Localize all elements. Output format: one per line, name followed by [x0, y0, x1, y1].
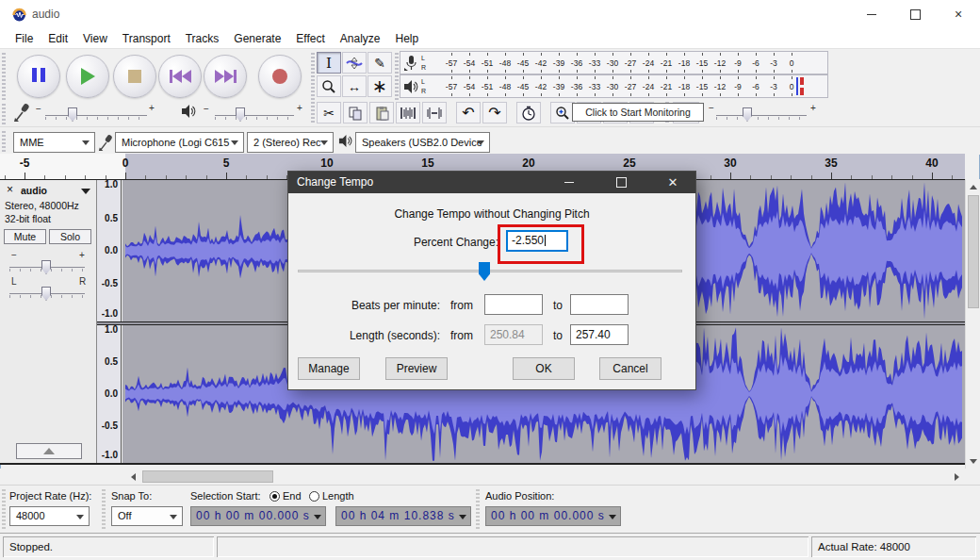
track-name[interactable]: audio [21, 185, 47, 196]
window-maximize-button[interactable] [893, 0, 937, 28]
scroll-up-button[interactable] [966, 179, 980, 194]
undo-button[interactable]: ↶ [456, 102, 481, 124]
toolbar-grip[interactable] [2, 131, 6, 152]
horizontal-scroll-thumb[interactable] [142, 470, 273, 483]
dialog-title-bar[interactable]: Change Tempo ✕ [288, 172, 695, 193]
menu-file[interactable]: File [8, 29, 41, 48]
bpm-from-input[interactable] [484, 294, 543, 315]
playback-volume-slider[interactable] [215, 115, 294, 116]
vertical-scroll-thumb[interactable] [968, 195, 979, 308]
track-pan-thumb[interactable] [41, 287, 51, 301]
vertical-scale-left-channel[interactable]: 1.00.50.0-0.5-1.0 [97, 180, 122, 321]
toolbar-grip[interactable] [2, 53, 6, 100]
menu-transport[interactable]: Transport [115, 29, 178, 48]
menu-view[interactable]: View [75, 29, 115, 48]
track-collapse-button[interactable] [16, 443, 82, 459]
recording-device-select[interactable]: Microphone (Logi C615 [115, 132, 244, 153]
scroll-down-button[interactable] [966, 453, 980, 469]
collapse-icon [43, 448, 55, 454]
meter-tick [792, 53, 792, 56]
radio-end-label[interactable]: End [283, 490, 302, 502]
toolbar-grip[interactable] [2, 489, 6, 531]
toolbar-grip[interactable] [395, 53, 399, 100]
silence-audio-button[interactable] [422, 102, 447, 124]
length-to-input[interactable]: 257.40 [570, 324, 629, 345]
meter-scale-label: -18 [676, 58, 693, 68]
draw-tool-button[interactable]: ✎ [368, 52, 392, 74]
zoom-tool-button[interactable] [317, 75, 341, 97]
selection-tool-icon: I [326, 55, 332, 72]
track-scale-label: -0.5 [97, 420, 118, 431]
audio-position-field[interactable]: 00 h 00 m 00.000 s [485, 506, 621, 526]
meter-tick [648, 53, 649, 56]
redo-button[interactable]: ↷ [482, 102, 507, 124]
selection-end-field[interactable]: 00 h 04 m 10.838 s [335, 506, 471, 526]
vertical-scrollbar[interactable] [965, 179, 980, 469]
radio-length-label[interactable]: Length [322, 490, 354, 502]
cancel-button[interactable]: Cancel [599, 357, 662, 380]
dialog-minimize-button[interactable] [550, 172, 588, 193]
solo-button[interactable]: Solo [49, 229, 91, 244]
mute-button[interactable]: Mute [4, 229, 46, 244]
toolbar-grip[interactable] [102, 489, 106, 531]
playback-device-select[interactable]: Speakers (USB2.0 Device [355, 132, 490, 153]
dialog-maximize-button[interactable] [602, 172, 640, 193]
manage-button[interactable]: Manage [298, 357, 360, 380]
scroll-left-button[interactable] [125, 469, 141, 485]
pause-button[interactable] [17, 55, 60, 98]
meter-tick [738, 53, 739, 56]
playback-meter[interactable]: L R -57-54-51-48-45-42-39-36-33-30-27-24… [400, 74, 828, 98]
menu-tracks[interactable]: Tracks [178, 29, 227, 48]
menu-analyze[interactable]: Analyze [333, 29, 388, 48]
preview-button[interactable]: Preview [385, 357, 448, 380]
toolbar-grip[interactable] [311, 102, 315, 124]
selection-tool-button[interactable]: I [317, 52, 341, 74]
toolbar-grip[interactable] [311, 53, 315, 100]
toolbar-grip[interactable] [476, 489, 480, 531]
radio-end[interactable] [270, 491, 280, 502]
percent-change-slider[interactable] [298, 270, 682, 272]
envelope-tool-button[interactable] [342, 52, 367, 74]
copy-button[interactable] [343, 102, 368, 124]
meter-tick [684, 76, 685, 79]
playback-speed-slider[interactable] [716, 115, 807, 116]
stop-button[interactable] [113, 55, 156, 98]
record-button[interactable] [258, 55, 302, 98]
toolbar-grip[interactable] [2, 104, 6, 124]
cut-button[interactable]: ✂ [317, 102, 341, 124]
vertical-scale-right-channel[interactable]: 1.00.50.0-0.5-1.0 [97, 325, 122, 463]
timeshift-tool-button[interactable]: ↔ [342, 75, 367, 97]
snap-to-select[interactable]: Off [111, 506, 183, 526]
project-rate-select[interactable]: 48000 [9, 506, 90, 526]
skip-to-end-button[interactable] [204, 55, 247, 98]
track-close-button[interactable]: × [4, 184, 16, 196]
radio-length[interactable] [309, 491, 319, 502]
play-button[interactable] [66, 55, 109, 98]
skip-to-start-button[interactable] [158, 55, 202, 98]
window-minimize-button[interactable] [850, 0, 893, 28]
ok-button[interactable]: OK [513, 357, 575, 380]
paste-button[interactable] [369, 102, 394, 124]
percent-change-slider-thumb[interactable] [479, 262, 490, 281]
trim-audio-button[interactable] [396, 102, 420, 124]
bpm-to-input[interactable] [570, 294, 629, 315]
menu-help[interactable]: Help [388, 29, 427, 48]
meter-tick [523, 76, 524, 79]
recording-meter[interactable]: L R -57-54-51-48-45-42-39-36-33-30-27-24… [400, 51, 828, 74]
track-menu-dropdown-icon[interactable] [81, 189, 90, 194]
track-gain-thumb[interactable] [41, 260, 51, 274]
recording-volume-slider[interactable] [45, 115, 147, 116]
timer-button[interactable] [516, 102, 541, 124]
menu-effect[interactable]: Effect [288, 29, 332, 48]
scroll-right-button[interactable] [949, 469, 965, 485]
selection-start-field[interactable]: 00 h 00 m 00.000 s [190, 506, 326, 526]
audio-host-select[interactable]: MME [13, 132, 95, 153]
window-close-button[interactable]: × [937, 0, 980, 28]
menu-generate[interactable]: Generate [226, 29, 288, 48]
multi-tool-button[interactable]: ∗ [368, 75, 392, 97]
recording-channels-select[interactable]: 2 (Stereo) Rec [247, 132, 334, 153]
menu-edit[interactable]: Edit [41, 29, 75, 48]
meter-tick [577, 70, 578, 73]
horizontal-scrollbar[interactable] [0, 469, 980, 485]
dialog-close-button[interactable]: ✕ [654, 172, 692, 193]
